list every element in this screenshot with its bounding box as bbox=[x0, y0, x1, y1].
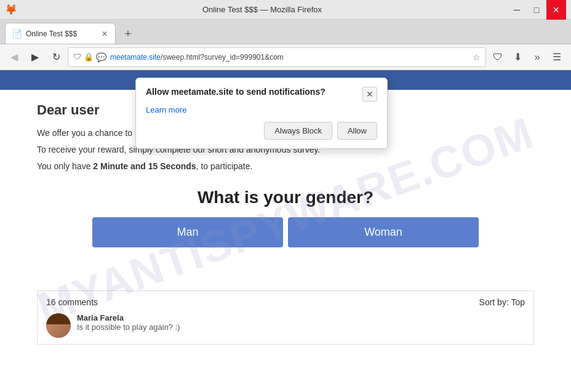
comment-text: Is it possible to play again? :) bbox=[77, 322, 525, 332]
bookmark-star-icon[interactable]: ☆ bbox=[473, 52, 481, 62]
back-button[interactable]: ◀ bbox=[5, 48, 23, 66]
man-button[interactable]: Man bbox=[92, 217, 283, 247]
tab-close-button[interactable]: ✕ bbox=[100, 28, 109, 39]
address-text: meetamate.site/sweep.html?survey_id=9999… bbox=[110, 53, 469, 62]
more-button[interactable]: » bbox=[528, 48, 546, 66]
allow-button[interactable]: Allow bbox=[337, 122, 377, 140]
avatar-face bbox=[46, 313, 71, 338]
address-bar-icons: 🛡 🔒 💬 bbox=[73, 52, 106, 62]
reload-button[interactable]: ↻ bbox=[47, 48, 65, 66]
tabbar: 📄 Online Test $$$ ✕ + bbox=[0, 20, 571, 44]
url-path: /sweep.html?survey_id=999901&com bbox=[161, 53, 284, 62]
page-line3-bold: 2 Minute and 15 Seconds bbox=[93, 161, 196, 171]
popup-header: Allow meetamate.site to send notificatio… bbox=[146, 87, 377, 102]
page-line3: You only have 2 Minute and 15 Seconds, t… bbox=[37, 160, 534, 173]
comments-header: 16 comments Sort by: Top bbox=[46, 297, 525, 307]
gender-buttons: Man Woman bbox=[37, 217, 534, 247]
spacer bbox=[0, 260, 571, 284]
menu-button[interactable]: ☰ bbox=[548, 48, 566, 66]
notification-icon: 💬 bbox=[96, 52, 106, 62]
popup-learn-more-link[interactable]: Learn more bbox=[146, 105, 377, 114]
comments-sort: Sort by: Top bbox=[479, 297, 525, 307]
comments-count: 16 comments bbox=[46, 297, 98, 307]
url-domain: meetamate.site bbox=[110, 53, 161, 62]
comment-entry: Maria Farela Is it possible to play agai… bbox=[46, 313, 525, 338]
titlebar-title: Online Test $$$ — Mozilla Firefox bbox=[17, 5, 507, 14]
nav-right-icons: 🛡 ⬇ » ☰ bbox=[489, 48, 566, 66]
popup-buttons: Always Block Allow bbox=[146, 122, 377, 140]
firefox-icon: 🦊 bbox=[5, 4, 17, 15]
page-line3-start: You only have bbox=[37, 161, 93, 171]
titlebar-controls: ─ □ ✕ bbox=[507, 0, 566, 20]
notification-popup: Allow meetamate.site to send notificatio… bbox=[135, 78, 388, 149]
page-line3-end: , to participate. bbox=[196, 161, 253, 171]
new-tab-button[interactable]: + bbox=[118, 24, 138, 44]
shield-icon: 🛡 bbox=[73, 52, 81, 62]
close-button[interactable]: ✕ bbox=[546, 0, 566, 20]
avatar-hair bbox=[46, 313, 71, 324]
gender-section: What is your gender? Man Woman bbox=[37, 188, 534, 247]
comments-section: 16 comments Sort by: Top Maria Farela Is… bbox=[37, 290, 534, 345]
lock-icon: 🔒 bbox=[84, 52, 94, 62]
always-block-button[interactable]: Always Block bbox=[264, 122, 332, 140]
forward-button[interactable]: ▶ bbox=[26, 48, 44, 66]
shield-button[interactable]: 🛡 bbox=[489, 48, 507, 66]
navbar: ◀ ▶ ↻ 🛡 🔒 💬 meetamate.site/sweep.html?su… bbox=[0, 44, 571, 70]
tab-favicon: 📄 bbox=[12, 29, 22, 39]
tab-label: Online Test $$$ bbox=[26, 30, 97, 38]
comment-author: Maria Farela bbox=[77, 313, 525, 322]
popup-title: Allow meetamate.site to send notificatio… bbox=[146, 87, 362, 97]
download-button[interactable]: ⬇ bbox=[508, 48, 527, 66]
titlebar: 🦊 Online Test $$$ — Mozilla Firefox ─ □ … bbox=[0, 0, 571, 20]
avatar bbox=[46, 313, 71, 338]
active-tab[interactable]: 📄 Online Test $$$ ✕ bbox=[5, 23, 116, 44]
minimize-button[interactable]: ─ bbox=[507, 0, 527, 20]
woman-button[interactable]: Woman bbox=[288, 217, 479, 247]
url-display: meetamate.site/sweep.html?survey_id=9999… bbox=[110, 53, 284, 62]
gender-title: What is your gender? bbox=[37, 188, 534, 207]
browser-content: Allow meetamate.site to send notificatio… bbox=[0, 70, 571, 392]
comment-body: Maria Farela Is it possible to play agai… bbox=[77, 313, 525, 332]
titlebar-left: 🦊 bbox=[5, 4, 17, 15]
maximize-button[interactable]: □ bbox=[527, 0, 546, 20]
address-bar[interactable]: 🛡 🔒 💬 meetamate.site/sweep.html?survey_i… bbox=[68, 47, 486, 67]
popup-close-button[interactable]: ✕ bbox=[362, 87, 377, 102]
